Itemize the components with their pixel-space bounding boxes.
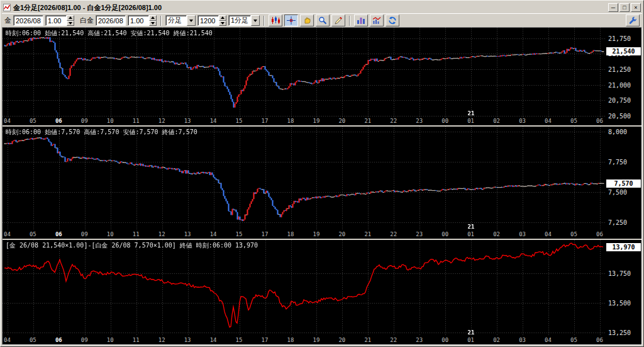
close-button[interactable]: ×: [631, 3, 641, 12]
price-tick-label: 7,500: [608, 189, 627, 196]
hour-tick-label: 01: [467, 231, 474, 237]
hour-tick-label: 04: [4, 231, 11, 237]
app-icon: [3, 4, 11, 11]
indicator-chart-button[interactable]: [370, 14, 384, 26]
platinum-multiplier-value: 1.00: [128, 15, 149, 26]
date-marker: 21: [468, 110, 475, 117]
hour-tick-label: 05: [570, 231, 577, 237]
hand-tool-button[interactable]: [300, 14, 314, 26]
gold-label: 金: [4, 16, 11, 25]
hour-tick-label: 13: [184, 337, 191, 343]
hour-tick-label: 06: [596, 118, 603, 124]
spin-up-button[interactable]: [219, 15, 226, 21]
titlebar[interactable]: 金1分足[2026/08]1.00 - 白金1分足[2026/08]1.00 ─…: [2, 2, 642, 13]
gold-month-input[interactable]: 2026/08: [13, 15, 43, 26]
bar-chart-icon: [357, 16, 365, 25]
spread-chart-panel[interactable]: [金 26/08 21,540×1.00]-[白金 26/08 7,570×1.…: [3, 240, 641, 344]
platinum-chart-panel[interactable]: 時刻:06:00 始値:7,570 高値:7,570 安値:7,570 終値:7…: [3, 127, 641, 239]
price-tick-label: 20,500: [608, 113, 631, 120]
hour-tick-label: 03: [519, 231, 526, 237]
hour-tick-label: 12: [158, 337, 165, 343]
hour-tick-label: 10: [107, 337, 114, 343]
chevron-down-icon[interactable]: [187, 15, 196, 26]
hour-tick-label: 13: [184, 231, 191, 237]
spin-down-button[interactable]: [149, 21, 157, 26]
hour-tick-label: 23: [416, 231, 423, 237]
hour-tick-label: 03: [519, 337, 526, 343]
candlestick-chart-button[interactable]: [269, 14, 282, 26]
maximize-button[interactable]: □: [619, 3, 630, 12]
hour-tick-label: 09: [81, 231, 88, 237]
hour-tick-label: 15: [236, 337, 243, 343]
hour-tick-label: 04: [4, 118, 11, 124]
platinum-multiplier-spinner[interactable]: 1.00: [128, 15, 157, 26]
platinum-month-input[interactable]: 2026/08: [96, 15, 126, 26]
hour-tick-label: 12: [158, 118, 165, 124]
hour-tick-label: 19: [313, 337, 319, 343]
hour-tick-label: 22: [390, 231, 397, 237]
gold-chart-panel[interactable]: 時刻:06:00 始値:21,540 高値:21,540 安値:21,540 終…: [3, 28, 641, 125]
timeframe-value: 1分足: [228, 15, 251, 26]
hour-tick-label: 14: [210, 118, 217, 124]
price-tick-label: 21,250: [608, 66, 631, 73]
price-tick-label: 13,250: [608, 329, 631, 336]
hour-tick-label: 10: [107, 231, 114, 237]
refresh-icon: [388, 16, 397, 25]
hour-tick-label: 04: [545, 118, 552, 124]
platinum-time-axis: 0405060910111213141517181920212223000102…: [3, 230, 605, 239]
toolbar: 金 2026/08 1.00 白金 2026/08 1.00 分足 1200: [2, 13, 642, 27]
hour-tick-label: 19: [313, 231, 319, 237]
candlestick-chart-icon: [271, 16, 280, 25]
price-tick-label: 20,750: [608, 97, 631, 104]
refresh-button[interactable]: [386, 14, 399, 26]
date-marker: 21: [468, 224, 475, 230]
hour-tick-label: 14: [210, 337, 217, 343]
hour-tick-label: 02: [493, 118, 500, 124]
pencil-icon: [334, 16, 343, 25]
spread-chart-canvas[interactable]: [3, 240, 605, 336]
bar-count-spinner[interactable]: 1200: [197, 15, 226, 26]
price-tick-label: 7,250: [608, 219, 627, 226]
hand-icon: [303, 16, 311, 25]
spin-up-button[interactable]: [149, 15, 157, 21]
hour-tick-label: 20: [338, 231, 345, 237]
hour-tick-label: 06: [55, 118, 62, 124]
price-tick-label: 13,750: [608, 270, 631, 277]
hour-tick-label: 21: [364, 337, 371, 343]
platinum-chart-header: 時刻:06:00 始値:7,570 高値:7,570 安値:7,570 終値:7…: [6, 128, 197, 137]
gold-multiplier-value: 1.00: [45, 15, 67, 26]
period-type-select[interactable]: 分足: [165, 15, 196, 26]
spread-price-axis: 13,75013,50013,250: [605, 240, 641, 336]
hour-tick-label: 10: [107, 118, 114, 124]
period-type-value: 分足: [165, 15, 187, 26]
settings-button[interactable]: [626, 14, 640, 26]
hour-tick-label: 04: [545, 231, 552, 237]
hour-tick-label: 05: [30, 118, 36, 124]
platinum-chart-canvas[interactable]: [3, 127, 605, 230]
spin-down-button[interactable]: [67, 21, 74, 26]
spin-down-button[interactable]: [219, 21, 226, 26]
zoom-tool-button[interactable]: [316, 14, 330, 26]
timeframe-select[interactable]: 1分足: [228, 15, 260, 26]
bar-chart-button[interactable]: [354, 14, 368, 26]
minimize-button[interactable]: ─: [608, 3, 618, 12]
separator: [160, 16, 162, 26]
spin-up-button[interactable]: [67, 15, 74, 21]
gold-multiplier-spinner[interactable]: 1.00: [45, 15, 74, 26]
hour-tick-label: 17: [262, 231, 269, 237]
hour-tick-label: 05: [570, 337, 577, 343]
hour-tick-label: 20: [338, 337, 345, 343]
hour-tick-label: 13: [184, 118, 191, 124]
hour-tick-label: 17: [262, 118, 269, 124]
gold-price-axis: 21,75021,50021,25021,00020,75020,500: [605, 28, 641, 117]
crosshair-button[interactable]: [284, 14, 298, 26]
hour-tick-label: 23: [416, 337, 423, 343]
gold-time-axis: 0405060910111213141517181920212223000102…: [3, 117, 605, 125]
chevron-down-icon[interactable]: [251, 15, 260, 26]
hour-tick-label: 11: [133, 118, 140, 124]
gold-chart-canvas[interactable]: [3, 28, 605, 117]
draw-tool-button[interactable]: [331, 14, 345, 26]
hour-tick-label: 04: [4, 337, 11, 343]
hour-tick-label: 11: [133, 337, 140, 343]
hour-tick-label: 17: [262, 337, 269, 343]
